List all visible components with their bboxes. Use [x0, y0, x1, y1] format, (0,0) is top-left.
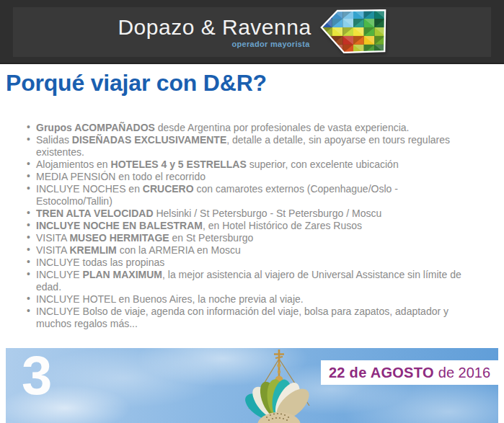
footer-hero-image: 3 [6, 348, 498, 423]
bullet-text-segment: INCLUYE NOCHES en [36, 183, 143, 195]
list-item: Salidas DISEÑADAS EXCLUSIVAMENTE, detall… [27, 134, 477, 159]
date-light-text: de 2016 [438, 365, 490, 381]
list-item: INCLUYE PLAN MAXIMUM, la mejor asistenci… [27, 269, 477, 293]
bullet-text-segment: Alojamientos en [36, 159, 111, 170]
list-item: VISITA MUSEO HERMITAGE en St Petersburgo [27, 232, 477, 244]
bullet-text-segment: Salidas [36, 134, 72, 146]
slide-number: 3 [22, 348, 52, 406]
bullet-text-segment: HOTELES 4 y 5 ESTRELLAS [111, 159, 247, 170]
bullet-text-segment: MUSEO HERMITAGE [69, 232, 169, 244]
brand-name: Dopazo & Ravenna [118, 16, 311, 39]
bullet-text-segment: desde Argentina por profesionales de vas… [155, 122, 410, 133]
bullet-text-segment: , en Hotel Histórico de Zares Rusos [203, 220, 362, 231]
date-bold-text: 22 de AGOSTO [329, 365, 434, 381]
bullet-text-segment: INCLUYE todas las propinas [36, 257, 164, 268]
list-item: INCLUYE todas las propinas [27, 257, 477, 269]
bullet-text-segment: DISEÑADAS EXCLUSIVAMENTE [72, 134, 226, 146]
brand-block: Dopazo & Ravenna operador mayorista [118, 16, 311, 49]
cathedral-dome-illustration [236, 348, 323, 423]
bullet-text-segment: INCLUYE [36, 269, 83, 280]
list-item: Alojamientos en HOTELES 4 y 5 ESTRELLAS … [27, 159, 477, 171]
bullet-text-segment: CRUCERO [143, 183, 194, 195]
bullet-text-segment: MEDIA PENSIÓN en todo el recorrido [36, 171, 205, 182]
bullet-text-segment: Helsinki / St Petersburgo - St Petersbur… [154, 208, 382, 219]
bullet-text-segment: KREMLIM [69, 244, 116, 256]
list-item: TREN ALTA VELOCIDAD Helsinki / St Peters… [27, 208, 477, 220]
bullet-text-segment: Grupos ACOMPAÑADOS [36, 122, 155, 133]
bullet-text-segment: INCLUYE HOTEL en Buenos Aires, la noche … [36, 293, 304, 305]
header-band: Dopazo & Ravenna operador mayorista [0, 0, 504, 64]
bullet-text-segment: superior, con excelente ubicación [247, 159, 399, 170]
page-title: Porqué viajar con D&R? [6, 70, 267, 97]
brand-tagline: operador mayorista [231, 40, 309, 48]
bullet-text-segment: VISITA [36, 232, 69, 244]
logo-mark-icon [320, 9, 386, 53]
list-item: INCLUYE NOCHES en CRUCERO con camarotes … [27, 183, 477, 208]
bullet-text-segment: en St Petersburgo [169, 232, 254, 244]
header-content: Dopazo & Ravenna operador mayorista [0, 0, 504, 63]
list-item: INCLUYE Bolso de viaje, agenda con infor… [27, 306, 477, 330]
list-item: INCLUYE NOCHE EN BALESTRAM, en Hotel His… [27, 220, 477, 232]
bullet-text-segment: INCLUYE NOCHE EN BALESTRAM [36, 220, 203, 231]
list-item: INCLUYE HOTEL en Buenos Aires, la noche … [27, 293, 477, 306]
list-item: MEDIA PENSIÓN en todo el recorrido [27, 171, 477, 183]
bullet-text-segment: INCLUYE Bolso de viaje, agenda con infor… [36, 306, 448, 329]
bullet-text-segment: VISITA [36, 244, 69, 256]
list-item: Grupos ACOMPAÑADOS desde Argentina por p… [27, 122, 477, 134]
bullet-text-segment: con la ARMERIA en Moscu [117, 244, 241, 256]
benefits-list: Grupos ACOMPAÑADOS desde Argentina por p… [27, 122, 477, 330]
bullet-text-segment: PLAN MAXIMUM [83, 269, 162, 280]
date-badge: 22 de AGOSTO de 2016 [321, 360, 498, 385]
list-item: VISITA KREMLIM con la ARMERIA en Moscu [27, 244, 477, 257]
bullet-text-segment: TREN ALTA VELOCIDAD [36, 208, 154, 219]
